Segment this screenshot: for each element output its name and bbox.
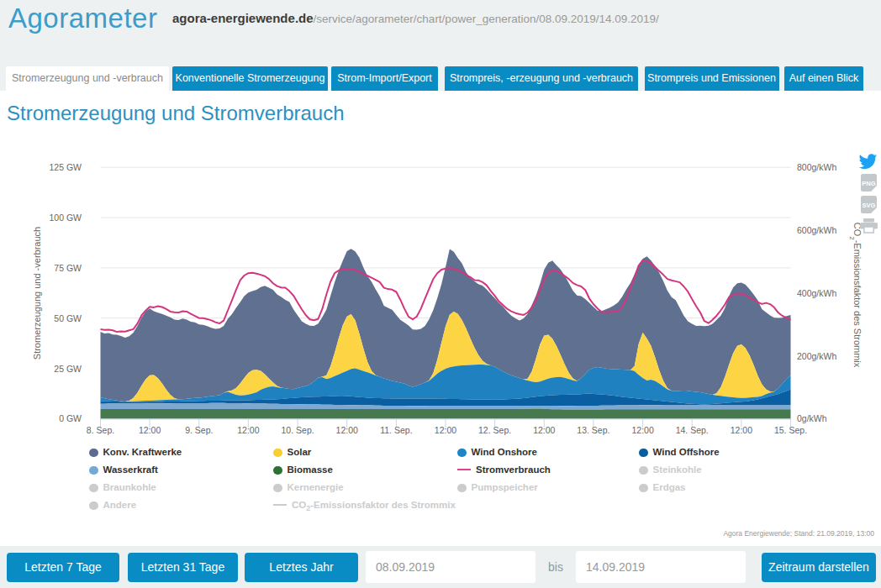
svg-text:PNG: PNG	[862, 180, 875, 187]
svg-text:600g/kWh: 600g/kWh	[797, 225, 836, 235]
svg-text:12:00: 12:00	[336, 425, 358, 435]
svg-text:800g/kWh: 800g/kWh	[797, 162, 836, 172]
svg-text:100 GW: 100 GW	[49, 213, 82, 223]
svg-text:8. Sep.: 8. Sep.	[87, 425, 114, 435]
svg-text:CO2-Emissionsfaktor des Stromm: CO2-Emissionsfaktor des Strommix	[849, 223, 863, 368]
svg-text:9. Sep.: 9. Sep.	[185, 425, 213, 435]
svg-text:Stromerzeugung und -verbrauch: Stromerzeugung und -verbrauch	[32, 227, 42, 360]
svg-text:14. Sep.: 14. Sep.	[676, 425, 709, 435]
svg-text:12:00: 12:00	[237, 425, 259, 435]
svg-text:12:00: 12:00	[731, 425, 752, 435]
svg-text:12:00: 12:00	[533, 425, 555, 435]
svg-text:50 GW: 50 GW	[54, 313, 82, 323]
svg-text:400g/kWh: 400g/kWh	[797, 288, 836, 298]
svg-text:0 GW: 0 GW	[59, 413, 82, 423]
svg-text:0g/kWh: 0g/kWh	[797, 413, 827, 423]
svg-text:SVG: SVG	[863, 202, 876, 209]
svg-text:75 GW: 75 GW	[54, 263, 82, 273]
svg-text:12:00: 12:00	[139, 425, 161, 435]
svg-text:11. Sep.: 11. Sep.	[380, 425, 412, 435]
svg-text:15. Sep.: 15. Sep.	[774, 425, 807, 435]
svg-text:25 GW: 25 GW	[54, 364, 82, 374]
svg-text:12. Sep.: 12. Sep.	[478, 425, 511, 435]
svg-text:13. Sep.: 13. Sep.	[577, 425, 609, 435]
svg-text:125 GW: 125 GW	[49, 162, 82, 172]
svg-text:10. Sep.: 10. Sep.	[282, 425, 314, 435]
svg-text:12:00: 12:00	[631, 425, 653, 435]
svg-text:12:00: 12:00	[435, 425, 456, 435]
svg-text:200g/kWh: 200g/kWh	[797, 351, 836, 361]
